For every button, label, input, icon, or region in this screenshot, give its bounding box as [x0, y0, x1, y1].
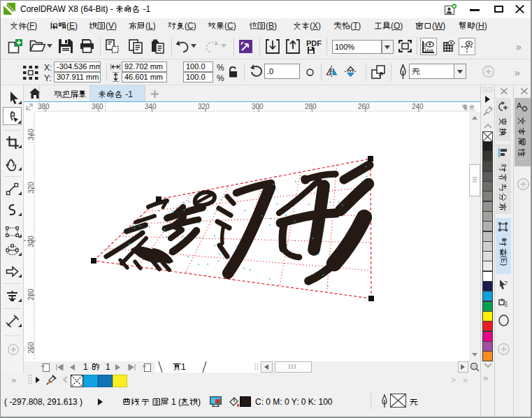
svg-text:A: A: [517, 101, 522, 110]
svg-text:?: ?: [504, 280, 508, 287]
